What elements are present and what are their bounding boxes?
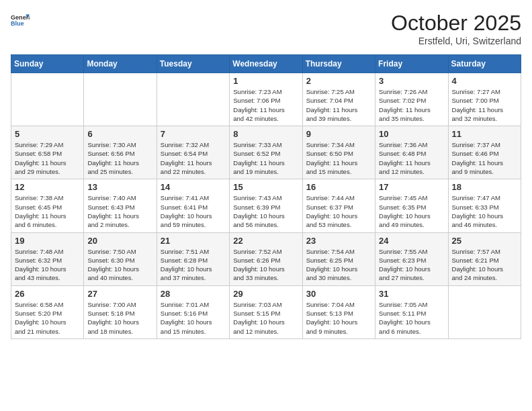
calendar-week-1: 1Sunrise: 7:23 AM Sunset: 7:06 PM Daylig… xyxy=(11,73,521,126)
logo: General Blue xyxy=(11,11,30,30)
day-info: Sunrise: 7:48 AM Sunset: 6:32 PM Dayligh… xyxy=(15,247,80,283)
day-number: 23 xyxy=(306,236,371,246)
day-info: Sunrise: 7:00 AM Sunset: 5:18 PM Dayligh… xyxy=(87,300,152,336)
calendar-cell: 9Sunrise: 7:34 AM Sunset: 6:50 PM Daylig… xyxy=(302,126,375,179)
calendar-cell: 29Sunrise: 7:03 AM Sunset: 5:15 PM Dayli… xyxy=(230,285,302,338)
day-number: 16 xyxy=(306,182,371,192)
weekday-header-wednesday: Wednesday xyxy=(230,55,302,73)
month-title: October 2025 xyxy=(391,11,521,36)
day-number: 14 xyxy=(161,182,226,192)
day-number: 8 xyxy=(233,129,298,139)
calendar-cell: 7Sunrise: 7:32 AM Sunset: 6:54 PM Daylig… xyxy=(157,126,229,179)
weekday-header-monday: Monday xyxy=(84,55,157,73)
day-info: Sunrise: 7:55 AM Sunset: 6:23 PM Dayligh… xyxy=(379,247,444,283)
day-number: 1 xyxy=(233,76,298,86)
day-info: Sunrise: 7:04 AM Sunset: 5:13 PM Dayligh… xyxy=(306,300,371,336)
calendar-cell xyxy=(448,285,521,338)
day-info: Sunrise: 7:37 AM Sunset: 6:46 PM Dayligh… xyxy=(452,140,517,176)
weekday-header-tuesday: Tuesday xyxy=(157,55,229,73)
day-number: 15 xyxy=(233,182,298,192)
calendar-cell: 8Sunrise: 7:33 AM Sunset: 6:52 PM Daylig… xyxy=(230,126,302,179)
day-info: Sunrise: 7:25 AM Sunset: 7:04 PM Dayligh… xyxy=(306,87,371,123)
calendar-week-3: 12Sunrise: 7:38 AM Sunset: 6:45 PM Dayli… xyxy=(11,179,521,232)
day-number: 21 xyxy=(161,236,226,246)
calendar-cell xyxy=(11,73,84,126)
svg-text:Blue: Blue xyxy=(11,20,24,27)
page-header: General Blue October 2025 Erstfeld, Uri,… xyxy=(11,11,521,46)
day-info: Sunrise: 7:23 AM Sunset: 7:06 PM Dayligh… xyxy=(233,87,298,123)
location-subtitle: Erstfeld, Uri, Switzerland xyxy=(391,36,521,46)
day-number: 3 xyxy=(379,76,444,86)
day-info: Sunrise: 7:34 AM Sunset: 6:50 PM Dayligh… xyxy=(306,140,371,176)
day-info: Sunrise: 7:43 AM Sunset: 6:39 PM Dayligh… xyxy=(233,193,298,229)
day-info: Sunrise: 7:51 AM Sunset: 6:28 PM Dayligh… xyxy=(161,247,226,283)
calendar-cell: 16Sunrise: 7:44 AM Sunset: 6:37 PM Dayli… xyxy=(302,179,375,232)
day-number: 26 xyxy=(15,289,80,299)
day-number: 2 xyxy=(306,76,371,86)
day-number: 25 xyxy=(452,236,517,246)
day-info: Sunrise: 7:05 AM Sunset: 5:11 PM Dayligh… xyxy=(379,300,444,336)
calendar-cell: 4Sunrise: 7:27 AM Sunset: 7:00 PM Daylig… xyxy=(448,73,521,126)
day-number: 9 xyxy=(306,129,371,139)
calendar-cell: 25Sunrise: 7:57 AM Sunset: 6:21 PM Dayli… xyxy=(448,232,521,285)
day-number: 13 xyxy=(87,182,152,192)
calendar-cell: 20Sunrise: 7:50 AM Sunset: 6:30 PM Dayli… xyxy=(84,232,157,285)
day-number: 12 xyxy=(15,182,80,192)
calendar-cell: 15Sunrise: 7:43 AM Sunset: 6:39 PM Dayli… xyxy=(230,179,302,232)
calendar-cell: 27Sunrise: 7:00 AM Sunset: 5:18 PM Dayli… xyxy=(84,285,157,338)
day-info: Sunrise: 7:40 AM Sunset: 6:43 PM Dayligh… xyxy=(87,193,152,229)
day-info: Sunrise: 7:03 AM Sunset: 5:15 PM Dayligh… xyxy=(233,300,298,336)
weekday-header-row: SundayMondayTuesdayWednesdayThursdayFrid… xyxy=(11,55,521,73)
calendar-cell: 2Sunrise: 7:25 AM Sunset: 7:04 PM Daylig… xyxy=(302,73,375,126)
day-number: 31 xyxy=(379,289,444,299)
day-number: 6 xyxy=(87,129,152,139)
calendar-cell xyxy=(84,73,157,126)
day-info: Sunrise: 7:45 AM Sunset: 6:35 PM Dayligh… xyxy=(379,193,444,229)
calendar-week-2: 5Sunrise: 7:29 AM Sunset: 6:58 PM Daylig… xyxy=(11,126,521,179)
title-block: October 2025 Erstfeld, Uri, Switzerland xyxy=(391,11,521,46)
day-number: 29 xyxy=(233,289,298,299)
day-info: Sunrise: 6:58 AM Sunset: 5:20 PM Dayligh… xyxy=(15,300,80,336)
calendar-cell: 28Sunrise: 7:01 AM Sunset: 5:16 PM Dayli… xyxy=(157,285,229,338)
calendar-cell: 31Sunrise: 7:05 AM Sunset: 5:11 PM Dayli… xyxy=(375,285,448,338)
day-info: Sunrise: 7:52 AM Sunset: 6:26 PM Dayligh… xyxy=(233,247,298,283)
weekday-header-sunday: Sunday xyxy=(11,55,84,73)
calendar-cell: 10Sunrise: 7:36 AM Sunset: 6:48 PM Dayli… xyxy=(375,126,448,179)
calendar-cell: 1Sunrise: 7:23 AM Sunset: 7:06 PM Daylig… xyxy=(230,73,302,126)
day-number: 27 xyxy=(87,289,152,299)
calendar-cell: 11Sunrise: 7:37 AM Sunset: 6:46 PM Dayli… xyxy=(448,126,521,179)
day-number: 18 xyxy=(452,182,517,192)
calendar-cell: 30Sunrise: 7:04 AM Sunset: 5:13 PM Dayli… xyxy=(302,285,375,338)
day-number: 10 xyxy=(379,129,444,139)
day-number: 28 xyxy=(161,289,226,299)
calendar-cell: 3Sunrise: 7:26 AM Sunset: 7:02 PM Daylig… xyxy=(375,73,448,126)
calendar-cell: 17Sunrise: 7:45 AM Sunset: 6:35 PM Dayli… xyxy=(375,179,448,232)
day-info: Sunrise: 7:50 AM Sunset: 6:30 PM Dayligh… xyxy=(87,247,152,283)
day-number: 19 xyxy=(15,236,80,246)
calendar-cell: 23Sunrise: 7:54 AM Sunset: 6:25 PM Dayli… xyxy=(302,232,375,285)
day-number: 22 xyxy=(233,236,298,246)
day-info: Sunrise: 7:38 AM Sunset: 6:45 PM Dayligh… xyxy=(15,193,80,229)
day-number: 7 xyxy=(161,129,226,139)
calendar-cell: 21Sunrise: 7:51 AM Sunset: 6:28 PM Dayli… xyxy=(157,232,229,285)
weekday-header-friday: Friday xyxy=(375,55,448,73)
calendar-cell: 26Sunrise: 6:58 AM Sunset: 5:20 PM Dayli… xyxy=(11,285,84,338)
day-number: 30 xyxy=(306,289,371,299)
day-number: 17 xyxy=(379,182,444,192)
calendar-cell: 6Sunrise: 7:30 AM Sunset: 6:56 PM Daylig… xyxy=(84,126,157,179)
calendar-cell: 19Sunrise: 7:48 AM Sunset: 6:32 PM Dayli… xyxy=(11,232,84,285)
calendar-cell: 12Sunrise: 7:38 AM Sunset: 6:45 PM Dayli… xyxy=(11,179,84,232)
weekday-header-saturday: Saturday xyxy=(448,55,521,73)
day-info: Sunrise: 7:29 AM Sunset: 6:58 PM Dayligh… xyxy=(15,140,80,176)
calendar-cell: 13Sunrise: 7:40 AM Sunset: 6:43 PM Dayli… xyxy=(84,179,157,232)
day-info: Sunrise: 7:41 AM Sunset: 6:41 PM Dayligh… xyxy=(161,193,226,229)
day-number: 11 xyxy=(452,129,517,139)
day-info: Sunrise: 7:01 AM Sunset: 5:16 PM Dayligh… xyxy=(161,300,226,336)
day-info: Sunrise: 7:36 AM Sunset: 6:48 PM Dayligh… xyxy=(379,140,444,176)
day-info: Sunrise: 7:54 AM Sunset: 6:25 PM Dayligh… xyxy=(306,247,371,283)
day-number: 5 xyxy=(15,129,80,139)
day-info: Sunrise: 7:27 AM Sunset: 7:00 PM Dayligh… xyxy=(452,87,517,123)
day-info: Sunrise: 7:30 AM Sunset: 6:56 PM Dayligh… xyxy=(87,140,152,176)
calendar-cell: 24Sunrise: 7:55 AM Sunset: 6:23 PM Dayli… xyxy=(375,232,448,285)
calendar-cell: 14Sunrise: 7:41 AM Sunset: 6:41 PM Dayli… xyxy=(157,179,229,232)
